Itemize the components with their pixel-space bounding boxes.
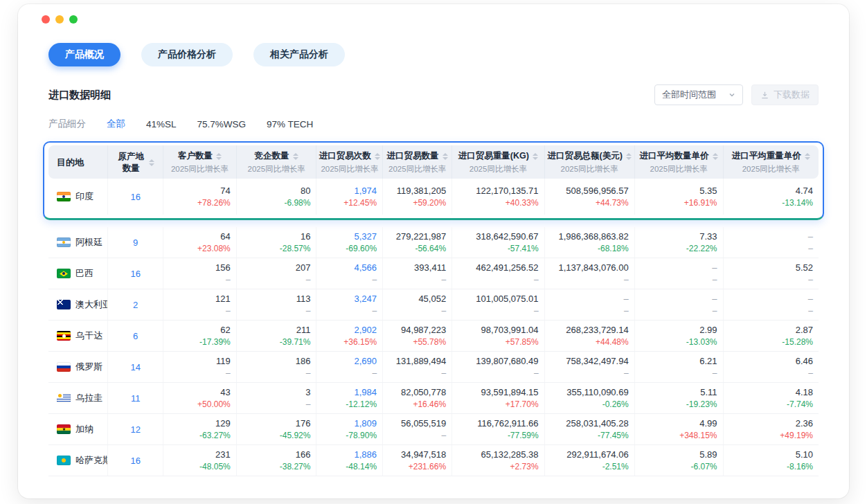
metric-cell: 5.11-19.23% <box>634 383 723 414</box>
sort-icon[interactable] <box>533 153 538 160</box>
app-window: 产品概况 产品价格分析 相关产品分析 进口数据明细 全部时间范围 下载数据 产品… <box>18 4 849 498</box>
flag-uganda-icon <box>57 331 71 341</box>
filter-option-41sl[interactable]: 41%SL <box>146 119 177 129</box>
origin-count-link[interactable]: 6 <box>133 331 138 341</box>
growth-value: – <box>242 275 311 285</box>
growth-value: -6.07% <box>641 462 717 471</box>
sort-icon[interactable] <box>216 153 222 160</box>
column-sub-label: 2025同比增长率 <box>639 164 719 174</box>
product-segment-filter: 产品细分 全部 41%SL 75.7%WSG 97% TECH <box>48 118 819 130</box>
growth-value: -48.14% <box>322 462 377 471</box>
metric-value: 207 <box>242 262 311 273</box>
sort-icon[interactable] <box>713 153 718 160</box>
column-header[interactable]: 进口贸易数量2025同比增长率 <box>383 145 452 179</box>
column-header[interactable]: 进口贸易总额(美元)2025同比增长率 <box>544 145 634 179</box>
sort-icon[interactable] <box>375 153 380 160</box>
destination-cell: 印度 <box>48 179 108 215</box>
origin-count-link[interactable]: 16 <box>130 456 140 466</box>
metric-value: 318,642,590.67 <box>458 231 538 242</box>
origin-count-link[interactable]: 14 <box>130 362 140 372</box>
metric-value: 4.74 <box>729 186 813 196</box>
flag-india-icon <box>57 192 71 201</box>
origin-count-link[interactable]: 12 <box>130 424 140 435</box>
trade-count-link[interactable]: 3,247 <box>322 294 377 304</box>
metric-cell: 43+50.00% <box>163 383 237 414</box>
metric-value: 5.35 <box>641 186 717 196</box>
growth-value: – <box>169 368 231 378</box>
filter-option-all[interactable]: 全部 <box>107 118 125 130</box>
metric-cell: 4.99+348.15% <box>634 414 723 445</box>
metric-value: 94,987,223 <box>388 325 446 335</box>
column-header[interactable]: 进口贸易重量(KG)2025同比增长率 <box>452 145 544 179</box>
metric-cell: 231-48.05% <box>163 445 237 476</box>
trade-count-link[interactable]: 2,690 <box>322 356 377 366</box>
sort-up-icon <box>805 153 810 156</box>
metric-value: 45,052 <box>388 294 446 304</box>
metric-value: 139,807,680.49 <box>458 356 538 366</box>
growth-value: +50.00% <box>169 399 231 409</box>
table-row: 印度1674+78.26%80-6.98%1,974+12.45%119,381… <box>48 179 819 215</box>
metric-value: 4.18 <box>729 387 813 397</box>
sort-icon[interactable] <box>626 153 632 160</box>
tab-product-overview[interactable]: 产品概况 <box>48 43 120 66</box>
column-header[interactable]: 进口平均重量单价2025同比增长率 <box>723 145 819 179</box>
column-label: 竞企数量 <box>255 150 289 162</box>
tab-related-product-analysis[interactable]: 相关产品分析 <box>253 43 345 66</box>
download-data-button[interactable]: 下载数据 <box>751 84 819 105</box>
sort-icon[interactable] <box>443 153 448 160</box>
growth-value: -2.51% <box>551 462 629 471</box>
table-row: 乌拉圭1143+50.00%3–1,984-12.12%82,050,778+1… <box>48 383 819 414</box>
flag-russia-icon <box>57 362 71 372</box>
column-header: 目的地 <box>48 145 108 179</box>
origin-count-link[interactable]: 9 <box>133 237 138 248</box>
trade-count-link[interactable]: 5,327 <box>322 231 377 242</box>
column-header[interactable]: 客户数量2025同比增长率 <box>163 145 237 179</box>
growth-value: – <box>242 368 311 378</box>
origin-count-link[interactable]: 16 <box>130 192 140 202</box>
sort-up-icon <box>375 153 380 156</box>
column-label: 进口平均重量单价 <box>732 150 801 162</box>
country-name: 俄罗斯 <box>75 361 102 372</box>
trade-count-link[interactable]: 4,566 <box>322 262 377 273</box>
sort-icon[interactable] <box>293 153 298 160</box>
metric-cell: 4.74-13.14% <box>723 179 819 215</box>
import-table-body-section: 阿根廷964+23.08%16-28.57%5,327-69.60%279,22… <box>48 227 819 476</box>
sort-icon[interactable] <box>805 153 810 160</box>
flag-australia-icon <box>57 300 71 309</box>
metric-value: 3 <box>242 387 311 397</box>
tab-product-price-analysis[interactable]: 产品价格分析 <box>141 43 233 66</box>
growth-value: – <box>729 368 813 378</box>
trade-count-link[interactable]: 1,984 <box>322 387 377 397</box>
sort-down-icon <box>216 157 222 160</box>
sort-icon[interactable] <box>149 159 154 166</box>
trade-count-link[interactable]: 1,974 <box>322 186 377 196</box>
origin-count-cell: 11 <box>108 383 163 414</box>
trade-count-link[interactable]: 1,886 <box>322 449 377 460</box>
column-header[interactable]: 原产地数量 <box>108 145 163 179</box>
origin-count-link[interactable]: 11 <box>131 393 141 404</box>
filter-option-97tech[interactable]: 97% TECH <box>267 119 313 129</box>
metric-value: 80 <box>242 186 311 196</box>
metric-value: 1,137,843,076.00 <box>551 262 629 273</box>
time-range-select[interactable]: 全部时间范围 <box>654 84 743 105</box>
origin-count-link[interactable]: 16 <box>130 269 140 279</box>
trade-count-link[interactable]: 2,902 <box>322 325 377 335</box>
column-header[interactable]: 进口贸易次数2025同比增长率 <box>316 145 383 179</box>
trade-count-link[interactable]: 1,809 <box>322 418 377 429</box>
filter-option-757wsg[interactable]: 75.7%WSG <box>197 119 247 129</box>
metric-cell: 94,987,223+55.78% <box>383 321 452 352</box>
metric-cell: –– <box>723 289 819 321</box>
metric-cell: 131,889,494– <box>383 352 452 383</box>
zoom-window-button[interactable] <box>69 15 78 24</box>
metric-value: 393,411 <box>388 262 446 273</box>
column-header[interactable]: 竞企数量2025同比增长率 <box>236 145 316 179</box>
sort-up-icon <box>443 153 448 156</box>
table-row: 哈萨克斯坦16231-48.05%166-38.27%1,886-48.14%3… <box>48 445 819 476</box>
page-content: 产品概况 产品价格分析 相关产品分析 进口数据明细 全部时间范围 下载数据 产品… <box>18 24 849 476</box>
minimize-window-button[interactable] <box>55 15 64 24</box>
metric-cell: 4,566– <box>316 258 383 289</box>
column-header[interactable]: 进口平均数量单价2025同比增长率 <box>634 145 723 179</box>
origin-count-link[interactable]: 2 <box>133 300 138 310</box>
close-window-button[interactable] <box>42 15 50 24</box>
metric-value: 6.21 <box>641 356 717 366</box>
